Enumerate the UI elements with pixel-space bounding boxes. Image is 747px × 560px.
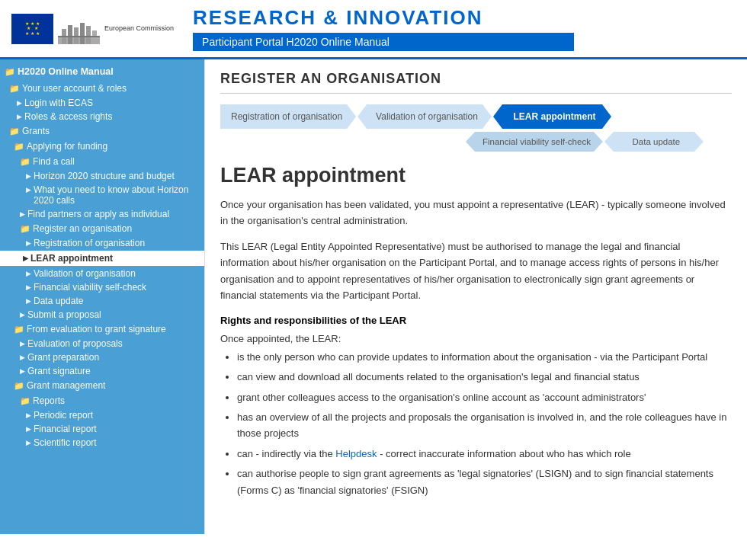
arrow-icon: ▶	[26, 297, 31, 305]
eu-flag-icon: ★ ★ ★★ ★★ ★ ★	[11, 14, 53, 44]
arrow-icon: ▶	[20, 354, 25, 361]
list-item: is the only person who can provide updat…	[237, 349, 732, 365]
sidebar-item-lear-appointment[interactable]: ▶ LEAR appointment	[0, 251, 204, 266]
content-para1: Once your organisation has been validate…	[220, 197, 732, 229]
sidebar-item-user-account[interactable]: 📁 Your user account & roles	[0, 81, 204, 96]
folder-icon: 📁	[5, 67, 15, 77]
folder-icon: 📁	[20, 396, 30, 406]
header-subtitle: Participant Portal H2020 Online Manual	[193, 33, 574, 51]
list-item: can view and download all documents rela…	[237, 369, 732, 385]
list-item: can authorise people to sign grant agree…	[237, 466, 732, 498]
arrow-icon: ▶	[17, 113, 22, 120]
arrow-icon: ▶	[26, 186, 31, 194]
rights-heading: Rights and responsibilities of the LEAR	[220, 315, 732, 326]
page-title: REGISTER AN ORGANISATION	[220, 71, 732, 94]
arrow-icon: ▶	[17, 99, 22, 107]
content-title: LEAR appointment	[220, 164, 732, 187]
breadcrumb-val-org[interactable]: Validation of organisation	[357, 104, 492, 129]
arrow-icon: ▶	[23, 254, 28, 262]
sidebar-item-eval-proposals[interactable]: ▶ Evaluation of proposals	[0, 337, 204, 350]
folder-icon: 📁	[20, 157, 30, 167]
folder-icon: 📁	[20, 224, 30, 234]
commission-label: European Commission	[104, 24, 174, 34]
svg-rect-7	[58, 36, 100, 37]
sidebar-item-roles-access[interactable]: ▶ Roles & access rights	[0, 110, 204, 123]
arrow-icon: ▶	[20, 210, 25, 218]
arrow-icon: ▶	[26, 283, 31, 291]
sidebar-item-submit-proposal[interactable]: ▶ Submit a proposal	[0, 308, 204, 322]
folder-icon: 📁	[14, 142, 24, 152]
arrow-icon: ▶	[20, 367, 25, 375]
breadcrumb-reg-org[interactable]: Registration of organisation	[220, 104, 356, 129]
breadcrumb-nav: Registration of organisation Validation …	[220, 104, 732, 152]
sidebar-item-periodic-report[interactable]: ▶ Periodic report	[0, 408, 204, 422]
sidebar-item-grant-prep[interactable]: ▶ Grant preparation	[0, 350, 204, 364]
breadcrumb-lear-appt[interactable]: LEAR appointment	[493, 104, 611, 129]
sidebar-item-find-call[interactable]: 📁 Find a call	[0, 154, 204, 169]
sidebar-item-horizon-structure[interactable]: ▶ Horizon 2020 structure and budget	[0, 169, 204, 183]
arrow-icon: ▶	[26, 239, 31, 247]
arrow-icon: ▶	[20, 311, 25, 318]
sidebar-item-find-partners[interactable]: ▶ Find partners or apply as individual	[0, 207, 204, 221]
svg-rect-2	[68, 25, 72, 44]
folder-icon: 📁	[9, 84, 20, 94]
main-content: REGISTER AN ORGANISATION Registration of…	[204, 59, 747, 534]
sidebar-item-grant-sig[interactable]: ▶ Grant signature	[0, 364, 204, 378]
arrow-icon: ▶	[26, 270, 31, 277]
list-item: has an overview of all the projects and …	[237, 409, 732, 442]
arrow-icon: ▶	[26, 411, 31, 419]
sidebar-item-applying-funding[interactable]: 📁 Applying for funding	[0, 139, 204, 154]
list-item: grant other colleagues access to the org…	[237, 389, 732, 405]
svg-rect-4	[80, 23, 85, 44]
breadcrumb-fin-viab[interactable]: Financial viability self-check	[466, 132, 603, 152]
arrow-icon: ▶	[20, 340, 25, 347]
bullet-list: is the only person who can provide updat…	[220, 349, 732, 499]
header: ★ ★ ★★ ★★ ★ ★ European Commission RESEAR…	[0, 0, 747, 59]
sidebar-item-data-update[interactable]: ▶ Data update	[0, 294, 204, 308]
sidebar-item-financial-viability[interactable]: ▶ Financial viability self-check	[0, 280, 204, 294]
arrow-icon: ▶	[26, 172, 31, 180]
svg-rect-5	[86, 26, 91, 44]
sidebar-item-financial-report[interactable]: ▶ Financial report	[0, 422, 204, 436]
header-main-title: RESEARCH & INNOVATION	[193, 6, 747, 30]
sidebar-item-login-ecas[interactable]: ▶ Login with ECAS	[0, 96, 204, 110]
sidebar-item-reports[interactable]: 📁 Reports	[0, 393, 204, 408]
breadcrumb-data-upd[interactable]: Data update	[604, 132, 704, 152]
sidebar-item-validation-org[interactable]: ▶ Validation of organisation	[0, 267, 204, 280]
header-titles: RESEARCH & INNOVATION Participant Portal…	[185, 6, 747, 51]
folder-icon: 📁	[9, 126, 20, 136]
arrow-icon: ▶	[26, 425, 31, 433]
sidebar-item-registration-org[interactable]: ▶ Registration of organisation	[0, 236, 204, 250]
sidebar-item-eval-to-grant[interactable]: 📁 From evaluation to grant signature	[0, 322, 204, 337]
content-para2: This LEAR (Legal Entity Appointed Repres…	[220, 238, 732, 304]
sidebar: 📁 H2020 Online Manual 📁 Your user accoun…	[0, 59, 204, 534]
sidebar-item-scientific-report[interactable]: ▶ Scientific report	[0, 436, 204, 450]
sidebar-item-grant-mgmt[interactable]: 📁 Grant management	[0, 378, 204, 393]
sidebar-item-register-org[interactable]: 📁 Register an organisation	[0, 221, 204, 236]
folder-icon: 📁	[14, 381, 24, 391]
list-item: can - indirectly via the Helpdesk - corr…	[237, 446, 732, 462]
folder-icon: 📁	[14, 325, 24, 334]
sidebar-item-grants[interactable]: 📁 Grants	[0, 123, 204, 139]
sidebar-item-what-to-know[interactable]: ▶ What you need to know about Horizon 20…	[0, 183, 204, 207]
rights-intro: Once appointed, the LEAR:	[220, 333, 732, 344]
commission-building-icon	[58, 14, 100, 44]
header-logo: ★ ★ ★★ ★★ ★ ★ European Commission	[0, 6, 185, 51]
sidebar-item-h2020-manual[interactable]: 📁 H2020 Online Manual	[0, 62, 204, 81]
arrow-icon: ▶	[26, 439, 31, 446]
